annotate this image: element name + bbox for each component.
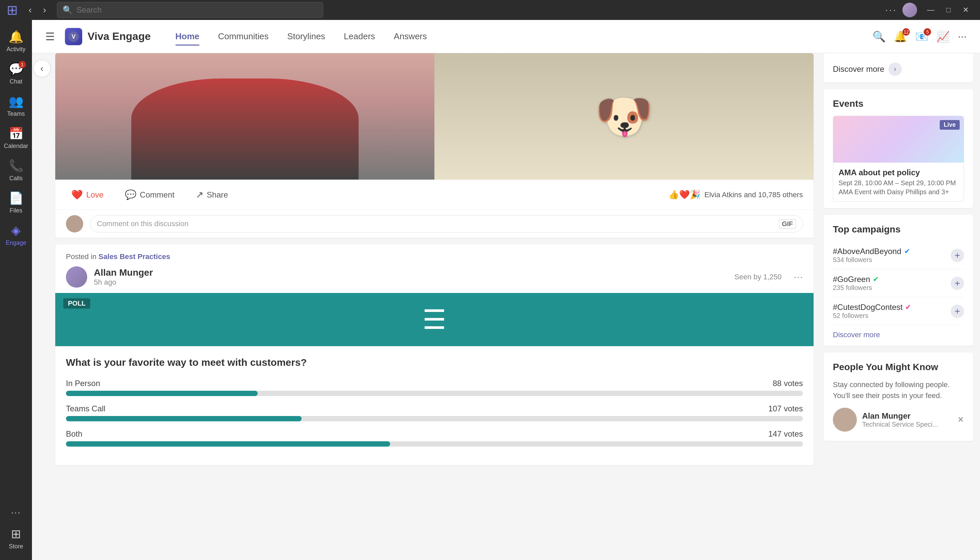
topnav-trending-button[interactable]: 📈	[937, 30, 950, 43]
campaigns-card: Top campaigns #AboveAndBeyond ✔ 534 foll…	[824, 215, 973, 346]
brand-logo: V	[65, 28, 82, 45]
sidebar-item-teams[interactable]: 👥 Teams	[0, 90, 32, 122]
poll-bar-2	[66, 441, 390, 447]
campaign-followers-0: 534 followers	[833, 256, 951, 264]
campaign-item-0: #AboveAndBeyond ✔ 534 followers +	[833, 242, 964, 269]
nav-link-storylines[interactable]: Storylines	[279, 28, 333, 45]
poll-option-1: Teams Call 107 votes	[66, 404, 803, 421]
share-icon: ↗	[196, 189, 203, 200]
topnav-more-button[interactable]: ···	[958, 30, 967, 43]
campaigns-title: Top campaigns	[833, 224, 964, 235]
teams-label: Teams	[7, 110, 25, 117]
forward-nav-button[interactable]: ›	[39, 3, 50, 17]
comment-button[interactable]: 💬 Comment	[119, 187, 180, 203]
poll-option-row-2: Both 147 votes	[66, 429, 803, 438]
comment-placeholder: Comment on this discussion	[97, 220, 188, 228]
nav-link-leaders[interactable]: Leaders	[336, 28, 383, 45]
poll-badge: POLL	[63, 298, 90, 308]
follow-button-0[interactable]: +	[951, 249, 964, 262]
author-name: Allan Munger	[94, 267, 727, 278]
campaign-name-1: #GoGreen ✔	[833, 275, 951, 284]
event-item[interactable]: Live AMA about pet policy Sept 28, 10:00…	[833, 116, 964, 202]
engage-label: Engage	[6, 240, 26, 247]
poll-bar-1	[66, 416, 302, 421]
minimize-button[interactable]: —	[922, 4, 939, 16]
topnav-mail-button[interactable]: 📧 5	[915, 30, 928, 43]
more-icon: ···	[11, 507, 21, 518]
people-description: Stay connected by following people. You'…	[833, 379, 964, 401]
poll-option-label-0: In Person	[66, 379, 100, 388]
topnav-right: 🔍 🔔 12 📧 5 📈 ···	[873, 30, 967, 43]
campaign-info-2: #CutestDogContest ✔ 52 followers	[833, 303, 951, 320]
nav-links: Home Communities Storylines Leaders Answ…	[167, 28, 435, 45]
search-input[interactable]	[77, 5, 318, 15]
window-controls: — □ ✕	[922, 4, 973, 16]
gif-button[interactable]: GIF	[779, 219, 796, 229]
commenter-avatar	[66, 215, 83, 232]
follow-button-2[interactable]: +	[951, 305, 964, 318]
campaign-info-0: #AboveAndBeyond ✔ 534 followers	[833, 247, 951, 264]
people-card: People You Might Know Stay connected by …	[824, 352, 973, 441]
user-avatar-titlebar[interactable]	[902, 3, 917, 17]
nav-link-answers[interactable]: Answers	[386, 28, 435, 45]
comment-input-row: Comment on this discussion GIF	[55, 210, 814, 238]
sidebar-item-store[interactable]: ⊞ Store	[0, 522, 32, 555]
share-button[interactable]: ↗ Share	[191, 187, 233, 203]
post-meta: Posted in Sales Best Practices	[66, 252, 803, 261]
maximize-button[interactable]: □	[942, 4, 955, 16]
sidebar-item-calls[interactable]: 📞 Calls	[0, 154, 32, 187]
event-details: AMA about pet policy Sept 28, 10:00 AM –…	[833, 163, 964, 201]
comment-icon: 💬	[125, 189, 137, 200]
sidebar-item-engage[interactable]: ◈ Engage	[0, 219, 32, 251]
dismiss-button[interactable]: ✕	[957, 415, 964, 424]
verified-icon-0: ✔	[904, 247, 910, 256]
topnav-search-button[interactable]: 🔍	[873, 30, 886, 43]
sidebar-item-more[interactable]: ···	[0, 502, 32, 522]
nav-link-communities[interactable]: Communities	[210, 28, 277, 45]
top-nav: ☰ V Viva Engage Home Communities Storyli…	[32, 20, 980, 53]
campaign-followers-1: 235 followers	[833, 284, 951, 292]
calls-label: Calls	[9, 175, 23, 182]
follow-button-1[interactable]: +	[951, 277, 964, 290]
close-button[interactable]: ✕	[958, 4, 973, 16]
person-avatar	[833, 408, 857, 432]
poll-option-votes-1: 107 votes	[768, 404, 803, 413]
main-feed: 🐶 ❤️ Love 💬 Comment ↗ Share 👍❤	[52, 53, 820, 560]
person-row: Alan Munger Technical Service Speci... ✕	[833, 408, 964, 432]
back-nav-button[interactable]: ‹	[25, 3, 36, 17]
hamburger-button[interactable]: ☰	[45, 30, 55, 43]
back-button[interactable]: ‹	[33, 60, 50, 77]
post-image-right: 🐶	[435, 53, 814, 180]
left-panel: ‹	[32, 53, 52, 560]
sidebar-item-files[interactable]: 📄 Files	[0, 187, 32, 219]
engage-icon: ◈	[11, 223, 21, 237]
event-time: Sept 28, 10:00 AM – Sept 29, 10:00 PM	[838, 179, 958, 187]
sidebar-item-chat[interactable]: 1 💬 Chat	[0, 58, 32, 90]
poll-content: What is your favorite way to meet with c…	[55, 346, 814, 465]
topnav-notifications-button[interactable]: 🔔 12	[894, 30, 907, 43]
comment-field[interactable]: Comment on this discussion GIF	[90, 215, 803, 232]
community-link[interactable]: Sales Best Practices	[99, 252, 170, 261]
store-label: Store	[8, 543, 23, 550]
sidebar-item-calendar[interactable]: 📅 Calendar	[0, 122, 32, 154]
poll-banner: POLL ☰	[55, 293, 814, 346]
discover-more-button[interactable]: Discover more ›	[833, 63, 964, 76]
share-label: Share	[207, 190, 228, 200]
right-sidebar: Discover more › Events Live AMA about pe…	[820, 53, 980, 560]
discover-more-arrow-icon: ›	[888, 63, 902, 76]
campaign-name-text-2: #CutestDogContest	[833, 303, 902, 312]
left-sidebar: 🔔 Activity 1 💬 Chat 👥 Teams 📅 Calendar 📞…	[0, 20, 32, 560]
post-more-button[interactable]: ⋯	[794, 272, 803, 283]
love-button[interactable]: ❤️ Love	[66, 187, 109, 203]
sidebar-item-activity[interactable]: 🔔 Activity	[0, 25, 32, 58]
brand-name: Viva Engage	[87, 30, 151, 43]
chat-label: Chat	[10, 78, 22, 85]
event-host: AMA Event with Daisy Phillips and 3+	[838, 188, 958, 196]
titlebar-more-icon[interactable]: ···	[885, 5, 897, 15]
campaign-item-1: #GoGreen ✔ 235 followers +	[833, 269, 964, 297]
campaigns-discover-link[interactable]: Discover more	[833, 330, 964, 339]
poll-option-votes-2: 147 votes	[768, 429, 803, 438]
nav-link-home[interactable]: Home	[167, 28, 207, 45]
mail-badge: 5	[924, 28, 931, 36]
campaign-name-text-0: #AboveAndBeyond	[833, 247, 901, 256]
